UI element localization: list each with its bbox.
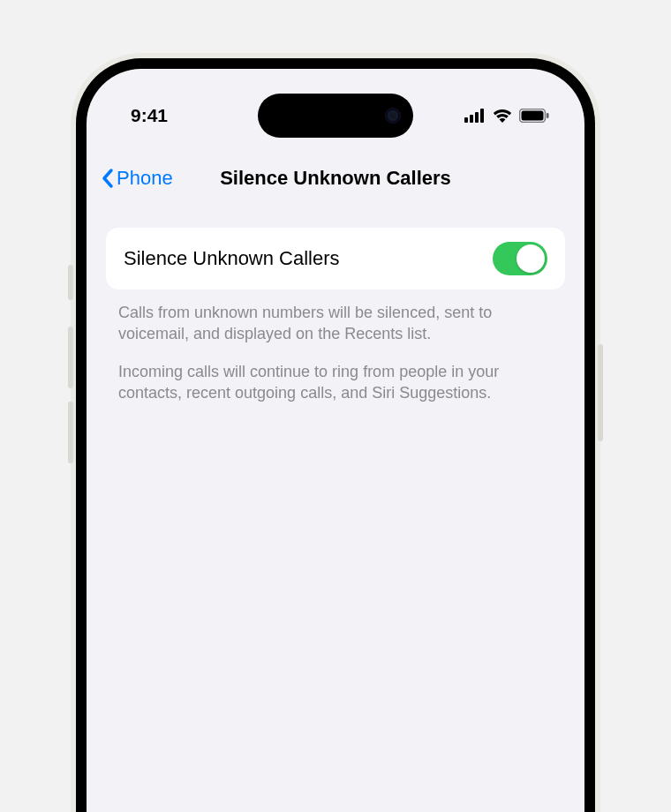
- phone-bezel: 9:41: [76, 58, 595, 812]
- silence-unknown-callers-row[interactable]: Silence Unknown Callers: [106, 228, 565, 289]
- nav-bar: Phone Silence Unknown Callers: [87, 157, 584, 199]
- front-camera: [385, 108, 401, 124]
- svg-rect-5: [522, 111, 544, 121]
- battery-icon: [519, 109, 549, 123]
- status-time: 9:41: [131, 105, 168, 126]
- setting-footer: Calls from unknown numbers will be silen…: [106, 289, 565, 403]
- volume-up-button[interactable]: [68, 327, 73, 388]
- footer-paragraph-1: Calls from unknown numbers will be silen…: [118, 302, 553, 345]
- back-label: Phone: [117, 167, 173, 190]
- setting-label: Silence Unknown Callers: [124, 247, 340, 270]
- mute-switch[interactable]: [68, 265, 73, 300]
- phone-frame: 9:41: [71, 53, 600, 812]
- svg-rect-2: [475, 112, 479, 123]
- toggle-knob: [516, 244, 545, 273]
- volume-down-button[interactable]: [68, 402, 73, 463]
- svg-rect-6: [547, 113, 549, 118]
- silence-unknown-callers-toggle[interactable]: [493, 242, 547, 275]
- svg-rect-3: [480, 109, 484, 123]
- chevron-left-icon: [101, 168, 115, 189]
- svg-rect-0: [464, 117, 468, 123]
- status-indicators: [464, 109, 549, 123]
- back-button[interactable]: Phone: [101, 167, 173, 190]
- wifi-icon: [493, 109, 512, 123]
- dynamic-island: [258, 94, 413, 138]
- cellular-icon: [464, 109, 486, 123]
- content: Silence Unknown Callers Calls from unkno…: [87, 228, 584, 419]
- power-button[interactable]: [598, 344, 603, 441]
- svg-rect-1: [470, 115, 473, 123]
- footer-paragraph-2: Incoming calls will continue to ring fro…: [118, 361, 553, 404]
- phone-screen: 9:41: [87, 69, 584, 812]
